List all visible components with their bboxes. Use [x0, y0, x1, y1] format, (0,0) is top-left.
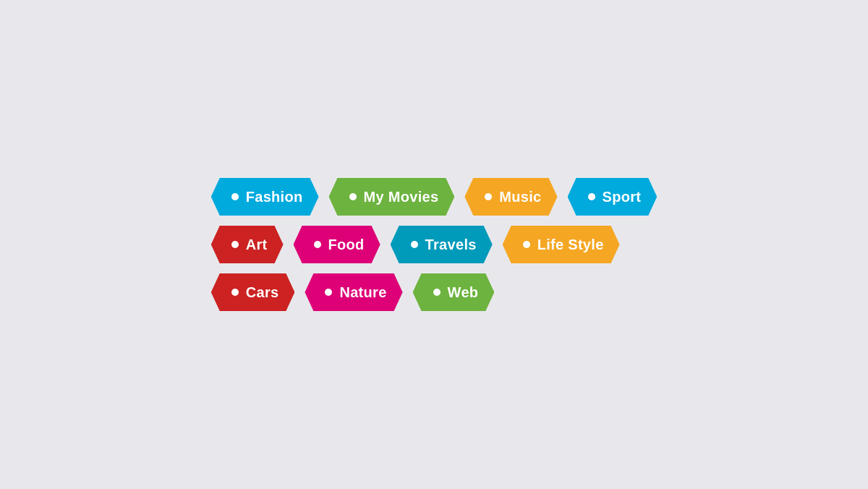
tag-my-movies[interactable]: My Movies — [329, 178, 455, 216]
tag-row-1: ArtFoodTravelsLife Style — [211, 226, 620, 263]
tag-label-my-movies: My Movies — [364, 189, 439, 205]
tag-label-fashion: Fashion — [246, 189, 303, 205]
tags-container: FashionMy MoviesMusicSportArtFoodTravels… — [211, 178, 658, 311]
tag-travels[interactable]: Travels — [391, 226, 493, 263]
tag-art[interactable]: Art — [211, 226, 284, 263]
tag-cars[interactable]: Cars — [211, 273, 295, 311]
tag-dot-music — [485, 193, 492, 200]
tag-dot-fashion — [231, 193, 239, 200]
tag-label-sport: Sport — [603, 189, 642, 205]
tag-label-lifestyle: Life Style — [537, 237, 604, 253]
tag-dot-nature — [325, 289, 332, 296]
tag-nature[interactable]: Nature — [305, 273, 402, 311]
tag-label-cars: Cars — [246, 284, 279, 301]
tag-label-art: Art — [246, 237, 268, 253]
tag-label-travels: Travels — [425, 237, 477, 253]
tag-row-2: CarsNatureWeb — [211, 273, 495, 311]
tag-dot-sport — [588, 193, 595, 200]
tag-label-food: Food — [328, 237, 365, 253]
tag-dot-lifestyle — [523, 241, 530, 248]
tag-row-0: FashionMy MoviesMusicSport — [211, 178, 658, 216]
tag-dot-my-movies — [349, 193, 357, 200]
tag-label-web: Web — [448, 284, 479, 301]
tag-sport[interactable]: Sport — [568, 178, 658, 216]
tag-food[interactable]: Food — [294, 226, 380, 263]
tag-label-music: Music — [499, 189, 541, 205]
tag-dot-art — [231, 241, 239, 248]
tag-dot-travels — [411, 241, 418, 248]
tag-dot-cars — [231, 289, 239, 296]
tag-lifestyle[interactable]: Life Style — [503, 226, 620, 263]
tag-dot-web — [433, 289, 441, 296]
tag-label-nature: Nature — [339, 284, 386, 301]
tag-web[interactable]: Web — [413, 273, 495, 311]
tag-dot-food — [314, 241, 321, 248]
tag-music[interactable]: Music — [464, 178, 557, 216]
tag-fashion[interactable]: Fashion — [211, 178, 319, 216]
